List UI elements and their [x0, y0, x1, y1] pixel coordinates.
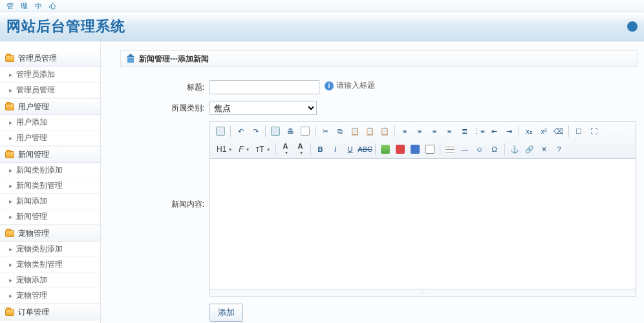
editor-toolbar: ↶ ↷ 🖶 ✂ ⧉ 📋 📋 📋 ≡ ≡	[209, 121, 636, 159]
sidebar-item-3-1[interactable]: 宠物类别管理	[0, 257, 100, 273]
subscript-icon[interactable]: x₂	[522, 125, 535, 138]
align-justify-icon[interactable]: ≡	[443, 125, 456, 138]
sidebar-item-2-2[interactable]: 新闻添加	[0, 194, 100, 209]
editor-body[interactable]	[209, 159, 636, 289]
home-icon	[126, 55, 135, 63]
sidebar-item-2-3[interactable]: 新闻管理	[0, 209, 100, 225]
category-select[interactable]: 焦点	[209, 101, 317, 115]
preview-icon[interactable]	[269, 125, 282, 138]
sidebar-item-4-0[interactable]: 订单管理	[0, 320, 100, 323]
file-icon[interactable]	[424, 143, 436, 156]
anchor-icon[interactable]: ⚓	[508, 143, 521, 156]
bold-icon[interactable]: B	[314, 143, 327, 156]
image-icon[interactable]	[379, 143, 392, 156]
sidebar-item-label: 宠物管理	[16, 290, 47, 301]
title-input[interactable]	[209, 80, 319, 94]
unlink-icon[interactable]: ✕	[538, 143, 551, 156]
align-left-icon[interactable]: ≡	[398, 125, 411, 138]
underline-icon[interactable]: U	[344, 143, 357, 156]
paste-text-icon[interactable]: 📋	[363, 125, 376, 138]
align-center-icon[interactable]: ≡	[413, 125, 426, 138]
source-icon[interactable]	[214, 125, 227, 138]
sidebar-group-1[interactable]: 用户管理	[0, 98, 100, 115]
sidebar-item-0-0[interactable]: 管理员添加	[0, 67, 100, 83]
rich-editor: ↶ ↷ 🖶 ✂ ⧉ 📋 📋 📋 ≡ ≡	[209, 121, 636, 297]
heading-dropdown[interactable]: H1	[214, 143, 234, 156]
select-all-icon[interactable]: ☐	[572, 125, 585, 138]
sidebar-item-2-0[interactable]: 新闻类别添加	[0, 163, 100, 178]
sidebar-group-label: 用户管理	[18, 101, 49, 112]
sidebar-item-3-0[interactable]: 宠物类别添加	[0, 242, 100, 257]
main-content: 新闻管理---添加新闻 标题: i 请输入标题 所属类别: 焦点 新闻内容:	[101, 41, 644, 323]
flash-icon[interactable]	[394, 143, 407, 156]
link-icon[interactable]: 🔗	[523, 143, 536, 156]
redo-icon[interactable]: ↷	[249, 125, 262, 138]
label-title: 标题:	[120, 80, 209, 93]
fullscreen-icon[interactable]: ⛶	[587, 125, 600, 138]
superscript-icon[interactable]: x²	[537, 125, 550, 138]
folder-icon	[5, 55, 14, 62]
label-content: 新闻内容:	[120, 121, 209, 210]
sidebar-item-0-1[interactable]: 管理员管理	[0, 83, 100, 98]
sidebar-item-label: 新闻管理	[16, 211, 47, 222]
sidebar-item-label: 宠物类别管理	[16, 259, 63, 270]
top-bar: 管 理 中 心	[0, 0, 644, 12]
sidebar-group-label: 管理员管理	[18, 53, 57, 64]
emoji-icon[interactable]: ☺	[473, 143, 486, 156]
strike-icon[interactable]: ABC	[359, 143, 372, 156]
resize-handle[interactable]: ⋯	[209, 289, 636, 297]
italic-icon[interactable]: I	[329, 143, 342, 156]
indent-icon[interactable]: ⇥	[502, 125, 515, 138]
sidebar-group-label: 新闻管理	[18, 149, 49, 160]
folder-icon	[5, 309, 14, 316]
font-dropdown[interactable]: F	[236, 143, 251, 156]
media-icon[interactable]	[409, 143, 422, 156]
sidebar-item-3-3[interactable]: 宠物管理	[0, 288, 100, 304]
text-color-dropdown[interactable]: A	[279, 143, 292, 156]
top-label: 管 理 中 心	[6, 2, 59, 10]
folder-icon	[5, 151, 14, 158]
header: 网站后台管理系统	[0, 12, 644, 41]
size-dropdown[interactable]: тT	[253, 143, 272, 156]
sidebar-group-2[interactable]: 新闻管理	[0, 146, 100, 163]
print-icon[interactable]: 🖶	[284, 125, 297, 138]
sidebar-item-label: 用户添加	[16, 117, 47, 128]
sidebar-item-label: 管理员管理	[16, 85, 55, 96]
breadcrumb: 新闻管理---添加新闻	[120, 50, 638, 67]
info-icon: i	[325, 81, 334, 90]
sidebar-item-3-2[interactable]: 宠物添加	[0, 273, 100, 288]
special-char-icon[interactable]: Ω	[488, 143, 501, 156]
sidebar: 管理员管理管理员添加管理员管理用户管理用户添加用户管理新闻管理新闻类别添加新闻类…	[0, 41, 101, 323]
sidebar-item-label: 新闻类别添加	[16, 165, 63, 176]
paste-word-icon[interactable]: 📋	[378, 125, 391, 138]
sidebar-item-1-1[interactable]: 用户管理	[0, 130, 100, 146]
help-icon[interactable]: ?	[553, 143, 566, 156]
paste-icon[interactable]: 📋	[349, 125, 361, 138]
table-icon[interactable]	[444, 143, 456, 156]
copy-icon[interactable]: ⧉	[334, 125, 347, 138]
folder-icon	[5, 230, 14, 237]
outdent-icon[interactable]: ⇤	[488, 125, 500, 138]
undo-icon[interactable]: ↶	[234, 125, 247, 138]
sidebar-item-2-1[interactable]: 新闻类别管理	[0, 178, 100, 194]
sidebar-group-4[interactable]: 订单管理	[0, 304, 100, 320]
sidebar-item-label: 宠物添加	[16, 275, 47, 286]
remove-format-icon[interactable]: ⌫	[552, 125, 565, 138]
sidebar-group-3[interactable]: 宠物管理	[0, 225, 100, 242]
template-icon[interactable]	[299, 125, 312, 138]
list-ol-icon[interactable]: ≣	[458, 125, 471, 138]
align-right-icon[interactable]: ≡	[428, 125, 441, 138]
folder-icon	[5, 103, 14, 110]
sidebar-item-1-0[interactable]: 用户添加	[0, 115, 100, 130]
sidebar-item-label: 宠物类别添加	[16, 244, 63, 255]
sidebar-item-label: 用户管理	[16, 132, 47, 143]
breadcrumb-text: 新闻管理---添加新闻	[139, 54, 209, 65]
list-ul-icon[interactable]: ⋮≡	[473, 125, 486, 138]
user-icon[interactable]	[627, 21, 638, 32]
site-title: 网站后台管理系统	[6, 17, 125, 36]
hr-icon[interactable]: —	[458, 143, 471, 156]
cut-icon[interactable]: ✂	[319, 125, 332, 138]
submit-button[interactable]: 添加	[209, 304, 243, 322]
sidebar-group-0[interactable]: 管理员管理	[0, 50, 100, 67]
bg-color-dropdown[interactable]: A	[294, 143, 307, 156]
